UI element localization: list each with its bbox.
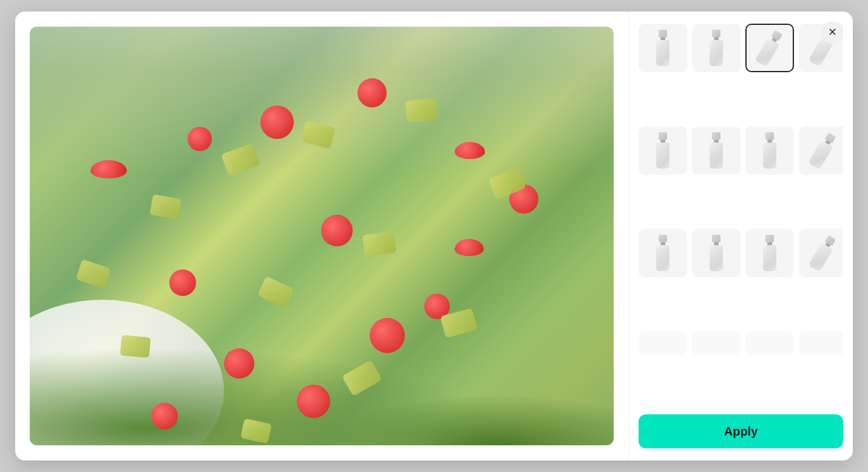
tomato-14: [151, 403, 178, 430]
tube-cap: [712, 235, 721, 242]
bg-light-overlay: [30, 27, 614, 174]
thumbnail-item-1[interactable]: [639, 24, 687, 72]
thumbnail-item-3[interactable]: [745, 24, 794, 72]
thumbnail-item-6[interactable]: [692, 126, 741, 175]
tomato-13: [455, 142, 485, 159]
tube-mockup-2: [708, 30, 725, 66]
tube-cap: [712, 132, 721, 140]
tomato-6: [370, 318, 405, 353]
tomato-1: [260, 106, 294, 139]
tube-body: [763, 245, 776, 271]
tube-cap: [765, 235, 774, 242]
tube-mockup-11: [761, 235, 778, 271]
tube-body: [808, 141, 832, 170]
tube-mockup-7: [761, 132, 778, 169]
thumbnails-grid: [639, 24, 843, 405]
main-product-image: [30, 27, 614, 445]
tube-body: [763, 143, 776, 169]
tube-mockup-1: [654, 30, 671, 66]
tomato-3: [90, 160, 127, 178]
tube-body: [656, 40, 670, 66]
tomato-2: [358, 78, 387, 107]
thumbnail-item-14[interactable]: [692, 331, 741, 356]
tomato-10: [297, 385, 330, 418]
tomato-8: [455, 239, 484, 256]
tomato-7: [224, 348, 254, 379]
tube-mockup-10: [708, 235, 725, 271]
pasta-4: [362, 231, 397, 257]
tube-body: [710, 245, 723, 271]
tube-mockup-12: [807, 233, 839, 273]
thumbnail-item-11[interactable]: [745, 229, 794, 277]
tube-mockup-5: [654, 132, 671, 169]
modal-dialog: ✕: [15, 12, 853, 460]
pasta-3: [149, 194, 181, 220]
tube-mockup-8: [807, 130, 839, 170]
thumbnail-item-15[interactable]: [745, 331, 794, 356]
tube-cap: [712, 30, 721, 37]
modal-overlay: ✕: [0, 0, 868, 472]
tube-cap: [765, 132, 774, 140]
sidebar-panel: Apply: [628, 12, 853, 460]
image-panel: [15, 12, 628, 460]
thumbnail-item-5[interactable]: [639, 126, 687, 175]
tube-body: [656, 245, 670, 271]
close-icon: ✕: [828, 25, 837, 39]
thumbnail-item-9[interactable]: [639, 229, 687, 277]
tomato-9: [188, 127, 212, 151]
tomato-5: [169, 269, 196, 296]
tube-cap: [659, 30, 667, 37]
tube-cap: [659, 132, 667, 140]
thumbnail-item-2[interactable]: [692, 24, 741, 72]
tube-body: [754, 38, 779, 67]
tube-mockup-6: [708, 132, 725, 169]
close-button[interactable]: ✕: [821, 21, 843, 43]
greens-overlay: [30, 278, 614, 445]
thumbnail-item-7[interactable]: [745, 126, 794, 175]
thumbnail-item-8[interactable]: [799, 126, 843, 175]
thumbnail-item-12[interactable]: [799, 229, 843, 277]
tomato-4: [321, 215, 353, 246]
pasta-7: [120, 335, 151, 358]
thumbnail-item-16[interactable]: [799, 331, 843, 356]
tube-body: [710, 143, 723, 169]
tube-mockup-9: [654, 235, 671, 271]
tube-body: [710, 40, 723, 66]
thumbnail-item-13[interactable]: [639, 331, 687, 356]
tube-body: [656, 143, 670, 169]
tube-body: [808, 243, 832, 272]
thumbnail-item-10[interactable]: [692, 229, 741, 277]
apply-button[interactable]: Apply: [639, 414, 843, 448]
tube-cap: [659, 235, 667, 242]
pasta-10: [405, 98, 439, 123]
tube-mockup-3: [753, 28, 786, 68]
